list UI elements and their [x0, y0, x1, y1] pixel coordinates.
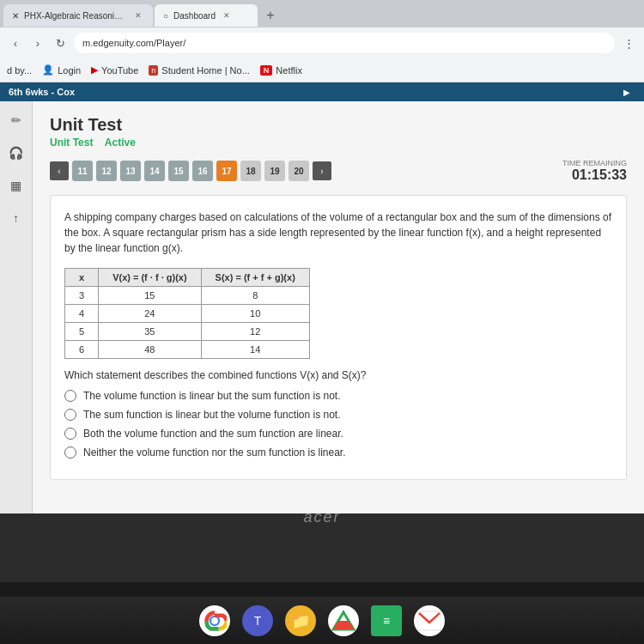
option-label-2: The sum function is linear but the volum… — [83, 409, 341, 421]
unit-test-subtitle: Unit Test Active — [50, 137, 627, 149]
chrome-svg — [203, 609, 227, 633]
status-badge: Active — [105, 137, 136, 149]
bookmarks-bar: d by... 👤 Login ▶ YouTube n Student Home… — [0, 58, 644, 82]
bookmark-student-home-label: Student Home | No... — [161, 65, 250, 76]
col-header-sx: S(x) = (f + f + g)(x) — [201, 269, 309, 287]
tab-icon-dashboard: ○ — [163, 11, 168, 21]
new-tab-button[interactable]: + — [259, 4, 282, 27]
bookmark-netflix[interactable]: N Netflix — [260, 65, 302, 76]
q-btn-11[interactable]: 11 — [72, 161, 93, 181]
time-remaining: TIME REMAINING 01:15:33 — [562, 159, 627, 183]
up-arrow-icon[interactable]: ↑ — [4, 206, 28, 230]
cell-v1: 15 — [99, 287, 201, 305]
bookmark-dby-label: d by... — [7, 65, 32, 76]
taskbar-drive-icon[interactable] — [328, 605, 359, 636]
tab-dashboard[interactable]: ○ Dashboard ✕ — [155, 4, 258, 27]
q-btn-18[interactable]: 18 — [240, 161, 261, 181]
table-row: 4 24 10 — [65, 305, 310, 323]
edgenuity-header-text: 6th 6wks - Cox — [9, 87, 75, 97]
youtube-icon: ▶ — [91, 64, 98, 76]
extensions-button[interactable]: ⋮ — [620, 34, 637, 52]
bookmark-dby[interactable]: d by... — [7, 65, 32, 76]
cell-v2: 24 — [99, 305, 201, 323]
bookmark-student-home[interactable]: n Student Home | No... — [149, 65, 250, 76]
table-row: 5 35 12 — [65, 323, 310, 341]
bookmark-youtube-label: YouTube — [101, 65, 138, 76]
question-box: A shipping company charges based on calc… — [50, 195, 627, 480]
question-text: A shipping company charges based on calc… — [64, 210, 612, 256]
col-header-x: x — [65, 269, 99, 287]
address-input[interactable] — [74, 33, 615, 53]
taskbar: T 📁 ≡ — [0, 597, 644, 644]
table-row: 3 15 8 — [65, 287, 310, 305]
tab-phx[interactable]: ✕ PHX-Algebraic Reasoning B - 6th ✕ — [3, 4, 153, 27]
cell-v3: 35 — [99, 323, 201, 341]
taskbar-docs-icon[interactable]: ≡ — [371, 605, 402, 636]
q-btn-15[interactable]: 15 — [168, 161, 189, 181]
calculator-icon[interactable]: ▦ — [4, 173, 28, 197]
answer-option-2[interactable]: The sum function is linear but the volum… — [64, 409, 612, 421]
question-nav: ‹ 11 12 13 14 15 16 17 18 19 20 › TIME R… — [50, 159, 627, 183]
option-label-4: Neither the volume function nor the sum … — [83, 447, 346, 459]
subtitle-label: Unit Test — [50, 137, 93, 149]
bookmark-login-label: Login — [58, 65, 81, 76]
answer-prompt: Which statement describes the combined f… — [64, 369, 612, 381]
option-label-1: The volume function is linear but the su… — [83, 390, 341, 402]
q-btn-13[interactable]: 13 — [120, 161, 141, 181]
page-title: Unit Test — [50, 115, 627, 135]
q-btn-12[interactable]: 12 — [96, 161, 117, 181]
cell-x4: 6 — [65, 341, 99, 359]
address-bar-row: ‹ › ↻ ⋮ — [0, 27, 644, 58]
cell-s1: 8 — [201, 287, 309, 305]
cell-s3: 12 — [201, 323, 309, 341]
header-action-btn[interactable]: ▶ — [618, 86, 635, 99]
cell-x3: 5 — [65, 323, 99, 341]
q-btn-19[interactable]: 19 — [264, 161, 285, 181]
taskbar-chrome-icon[interactable] — [199, 605, 230, 636]
bookmark-youtube[interactable]: ▶ YouTube — [91, 64, 138, 76]
tab-icon-phx: ✕ — [12, 11, 19, 21]
answer-option-4[interactable]: Neither the volume function nor the sum … — [64, 447, 612, 459]
taskbar-folder-icon[interactable]: 📁 — [285, 605, 316, 636]
edgenuity-header: 6th 6wks - Cox ▶ — [0, 82, 644, 101]
bookmark-login[interactable]: 👤 Login — [42, 64, 81, 76]
cell-x1: 3 — [65, 287, 99, 305]
cell-s2: 10 — [201, 305, 309, 323]
q-btn-17[interactable]: 17 — [216, 161, 237, 181]
answer-option-3[interactable]: Both the volume function and the sum fun… — [64, 428, 612, 440]
forward-button[interactable]: › — [29, 34, 46, 52]
radio-4[interactable] — [64, 447, 76, 459]
q-btn-16[interactable]: 16 — [192, 161, 213, 181]
tab-close-dashboard[interactable]: ✕ — [221, 9, 233, 21]
tab-label-dashboard: Dashboard — [173, 11, 216, 21]
taskbar-gmail-icon[interactable] — [414, 605, 445, 636]
answer-option-1[interactable]: The volume function is linear but the su… — [64, 390, 612, 402]
student-home-icon: n — [149, 65, 158, 76]
back-button[interactable]: ‹ — [7, 34, 24, 52]
svg-point-2 — [211, 617, 218, 624]
q-btn-14[interactable]: 14 — [144, 161, 165, 181]
table-row: 6 48 14 — [65, 341, 310, 359]
radio-1[interactable] — [64, 390, 76, 402]
headphones-icon[interactable]: 🎧 — [4, 141, 28, 165]
data-table: x V(x) = (f · f · g)(x) S(x) = (f + f + … — [64, 268, 310, 359]
tab-label-phx: PHX-Algebraic Reasoning B - 6th — [24, 11, 127, 21]
bookmark-netflix-label: Netflix — [276, 65, 302, 76]
netflix-icon: N — [260, 65, 273, 76]
time-label: TIME REMAINING — [562, 159, 627, 167]
nav-next-arrow[interactable]: › — [313, 161, 331, 180]
drive-svg — [331, 609, 355, 633]
radio-2[interactable] — [64, 409, 76, 421]
acer-logo: acer — [303, 508, 340, 526]
refresh-button[interactable]: ↻ — [52, 34, 69, 52]
tab-close-phx[interactable]: ✕ — [132, 9, 144, 21]
tab-bar: ✕ PHX-Algebraic Reasoning B - 6th ✕ ○ Da… — [0, 0, 644, 27]
edit-icon[interactable]: ✏ — [4, 108, 28, 132]
nav-prev-arrow[interactable]: ‹ — [50, 161, 69, 180]
radio-3[interactable] — [64, 428, 76, 440]
browser-chrome: ✕ PHX-Algebraic Reasoning B - 6th ✕ ○ Da… — [0, 0, 644, 82]
cell-s4: 14 — [201, 341, 309, 359]
q-btn-20[interactable]: 20 — [289, 161, 309, 181]
taskbar-teams-icon[interactable]: T — [242, 605, 273, 636]
gmail-svg — [417, 609, 441, 633]
